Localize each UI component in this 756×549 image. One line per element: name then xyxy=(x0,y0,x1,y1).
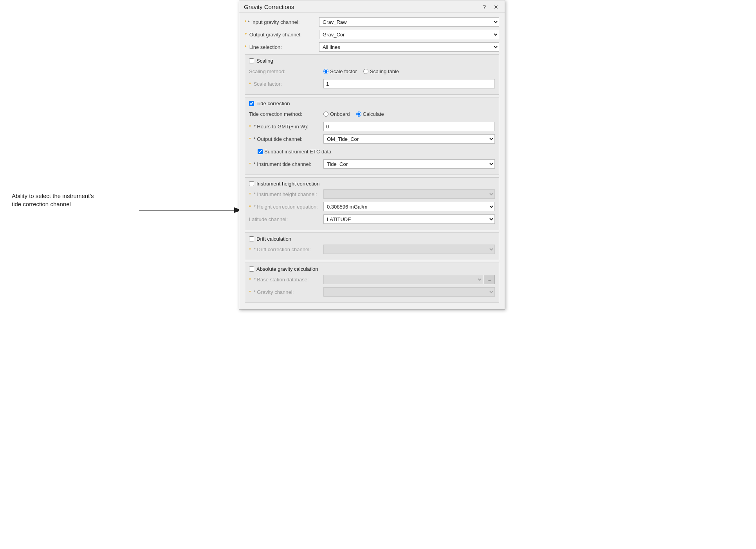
onboard-radio-label: Onboard xyxy=(330,111,350,117)
line-selection-select[interactable]: All lines xyxy=(319,42,499,52)
annotation-text-line2: tide correction channel xyxy=(12,201,71,207)
input-gravity-channel-row: ** Input gravity channel: Grav_Raw xyxy=(245,17,499,27)
drift-label: Drift calculation xyxy=(256,236,291,242)
latitude-channel-control: LATITUDE xyxy=(323,214,495,224)
output-tide-channel-select[interactable]: OM_Tide_Cor xyxy=(323,134,495,144)
scale-factor-label: * Scale factor: xyxy=(249,81,323,87)
height-correction-control: 0.308596 mGal/m xyxy=(323,202,495,211)
latitude-channel-label: Latitude channel: xyxy=(249,216,323,222)
subtract-etc-item: Subtract instrument ETC data xyxy=(258,149,331,155)
instrument-tide-channel-label: * * Instrument tide channel: xyxy=(249,161,323,167)
base-station-label: * * Base station database: xyxy=(249,277,323,283)
height-correction-label: * * Height correction equation: xyxy=(249,204,323,210)
output-gravity-channel-select[interactable]: Grav_Cor xyxy=(319,30,499,39)
hours-gmt-label: * * Hours to GMT(+ in W): xyxy=(249,124,323,130)
hours-gmt-control xyxy=(323,122,495,131)
height-channel-label: * * Instrument height channel: xyxy=(249,191,323,197)
height-correction-select[interactable]: 0.308596 mGal/m xyxy=(323,202,495,211)
gravity-channel-control xyxy=(323,287,495,297)
tide-correction-header: Tide correction xyxy=(249,101,495,106)
dialog-controls: ? ✕ xyxy=(481,4,500,10)
subtract-etc-checkbox[interactable] xyxy=(258,149,263,154)
scale-factor-radio[interactable] xyxy=(323,69,328,74)
scale-factor-control xyxy=(323,79,495,88)
drift-channel-select[interactable] xyxy=(323,245,495,254)
height-channel-row: * * Instrument height channel: xyxy=(249,189,495,199)
gravity-corrections-dialog: Gravity Corrections ? ✕ ** Input gravity… xyxy=(239,0,505,310)
instrument-height-label: Instrument height correction xyxy=(256,181,319,187)
tide-correction-section: Tide correction Tide correction method: … xyxy=(245,97,499,175)
height-channel-control xyxy=(323,189,495,199)
help-button[interactable]: ? xyxy=(481,4,487,10)
scaling-label: Scaling xyxy=(256,58,273,64)
onboard-radio-item: Onboard xyxy=(323,111,350,117)
output-tide-channel-row: * * Output tide channel: OM_Tide_Cor xyxy=(249,134,495,144)
subtract-etc-label: Subtract instrument ETC data xyxy=(264,149,331,155)
latitude-channel-row: Latitude channel: LATITUDE xyxy=(249,214,495,224)
tide-method-radio-group: Onboard Calculate xyxy=(323,111,495,117)
instrument-tide-channel-select[interactable]: Tide_Cor xyxy=(323,159,495,169)
scaling-header: Scaling xyxy=(249,58,495,64)
drift-header: Drift calculation xyxy=(249,236,495,242)
scaling-method-radio-group: Scale factor Scaling table xyxy=(323,68,495,74)
annotation-text-line1: Ability to select the instrument's xyxy=(12,193,94,199)
required-star-1: * xyxy=(245,19,247,25)
height-channel-select[interactable] xyxy=(323,189,495,199)
line-selection-label: * Line selection: xyxy=(245,44,319,50)
scale-factor-row: * Scale factor: xyxy=(249,79,495,89)
scaling-section: Scaling Scaling method: Scale factor Sca… xyxy=(245,54,499,95)
scaling-table-radio[interactable] xyxy=(363,69,368,74)
dialog-titlebar: Gravity Corrections ? ✕ xyxy=(239,0,505,13)
scaling-table-radio-item: Scaling table xyxy=(363,68,399,74)
hours-gmt-row: * * Hours to GMT(+ in W): xyxy=(249,121,495,131)
subtract-etc-row: Subtract instrument ETC data xyxy=(258,146,495,157)
required-star-3: * xyxy=(245,44,247,50)
dialog-title: Gravity Corrections xyxy=(244,4,294,10)
input-gravity-channel-control: Grav_Raw xyxy=(319,17,499,27)
instrument-tide-channel-row: * * Instrument tide channel: Tide_Cor xyxy=(249,159,495,169)
instrument-tide-channel-control: Tide_Cor xyxy=(323,159,495,169)
drift-channel-row: * * Drift correction channel: xyxy=(249,244,495,254)
onboard-radio[interactable] xyxy=(323,112,328,117)
height-correction-row: * * Height correction equation: 0.308596… xyxy=(249,202,495,212)
instrument-height-section: Instrument height correction * * Instrum… xyxy=(245,177,499,230)
tide-method-label: Tide correction method: xyxy=(249,111,323,117)
calculate-radio[interactable] xyxy=(356,112,361,117)
absolute-gravity-label: Absolute gravity calculation xyxy=(256,266,318,272)
tide-correction-label: Tide correction xyxy=(256,101,290,106)
gravity-channel-select[interactable] xyxy=(323,287,495,297)
line-selection-control: All lines xyxy=(319,42,499,52)
latitude-channel-select[interactable]: LATITUDE xyxy=(323,214,495,224)
dialog-content: ** Input gravity channel: Grav_Raw * Out… xyxy=(239,13,505,309)
absolute-gravity-checkbox[interactable] xyxy=(249,266,254,272)
drift-checkbox[interactable] xyxy=(249,236,254,241)
scaling-table-radio-label: Scaling table xyxy=(370,68,399,74)
browse-button[interactable]: ... xyxy=(484,275,495,284)
scale-factor-radio-item: Scale factor xyxy=(323,68,357,74)
output-tide-channel-control: OM_Tide_Cor xyxy=(323,134,495,144)
instrument-height-header: Instrument height correction xyxy=(249,181,495,187)
base-station-row: * * Base station database: ... xyxy=(249,274,495,284)
scaling-checkbox[interactable] xyxy=(249,58,254,63)
scaling-method-row: Scaling method: Scale factor Scaling tab… xyxy=(249,66,495,76)
close-button[interactable]: ✕ xyxy=(492,4,500,10)
drift-channel-control xyxy=(323,245,495,254)
absolute-gravity-section: Absolute gravity calculation * * Base st… xyxy=(245,263,499,303)
scale-factor-radio-label: Scale factor xyxy=(330,68,357,74)
instrument-height-checkbox[interactable] xyxy=(249,181,254,186)
calculate-radio-item: Calculate xyxy=(356,111,384,117)
base-station-select[interactable] xyxy=(323,275,483,284)
input-gravity-channel-label: ** Input gravity channel: xyxy=(245,19,319,25)
hours-gmt-input[interactable] xyxy=(323,122,495,131)
input-gravity-channel-select[interactable]: Grav_Raw xyxy=(319,17,499,27)
output-gravity-channel-row: * Output gravity channel: Grav_Cor xyxy=(245,29,499,40)
required-star-2: * xyxy=(245,32,247,38)
output-tide-channel-label: * * Output tide channel: xyxy=(249,136,323,142)
output-gravity-channel-label: * Output gravity channel: xyxy=(245,32,319,38)
line-selection-row: * Line selection: All lines xyxy=(245,42,499,52)
tide-correction-checkbox[interactable] xyxy=(249,101,254,106)
scale-factor-input[interactable] xyxy=(323,79,495,88)
drift-channel-label: * * Drift correction channel: xyxy=(249,247,323,252)
scaling-method-label: Scaling method: xyxy=(249,68,323,74)
gravity-channel-row: * * Gravity channel: xyxy=(249,287,495,297)
